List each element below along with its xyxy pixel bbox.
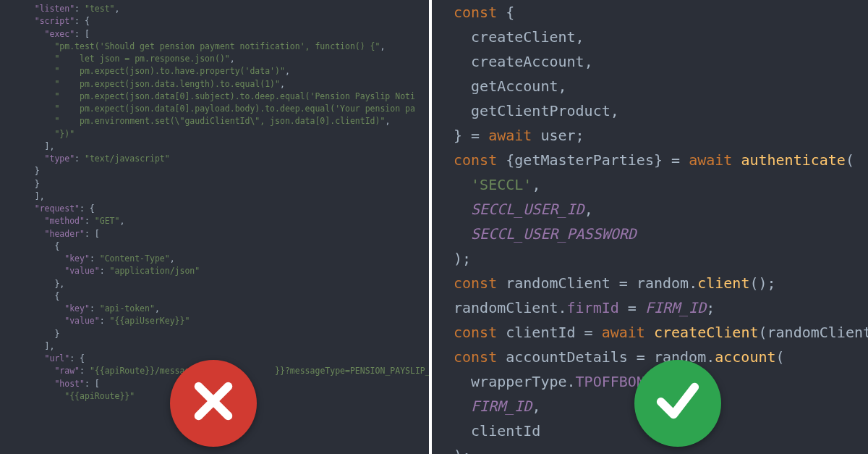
cross-icon bbox=[188, 376, 239, 430]
code-panel-bad: "listen": "test", "script": { "exec": [ … bbox=[0, 0, 429, 454]
code-panel-good: const { createClient, createAccount, get… bbox=[432, 0, 868, 454]
code-block-json: "listen": "test", "script": { "exec": [ … bbox=[14, 3, 429, 403]
check-badge bbox=[634, 360, 721, 447]
cross-badge bbox=[170, 360, 257, 447]
check-icon bbox=[652, 374, 703, 432]
